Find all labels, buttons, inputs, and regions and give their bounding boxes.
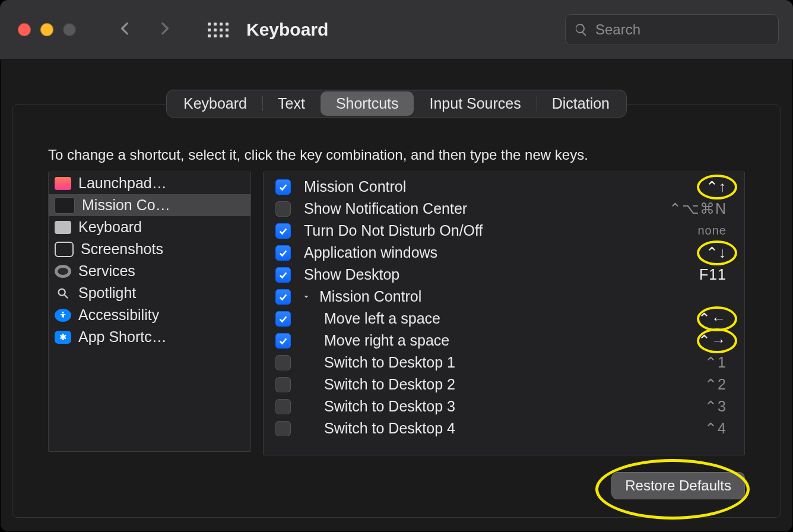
tab-dictation[interactable]: Dictation bbox=[537, 91, 625, 116]
shortcut-label: Move right a space bbox=[324, 332, 449, 349]
shortcut-label: Switch to Desktop 2 bbox=[324, 376, 455, 393]
shortcut-row[interactable]: Switch to Desktop 4⌃4 bbox=[264, 417, 744, 439]
content-frame: To change a shortcut, select it, click t… bbox=[12, 104, 781, 518]
launchpad-icon bbox=[55, 177, 71, 190]
search-field[interactable]: Search bbox=[565, 14, 779, 45]
forward-button[interactable] bbox=[157, 18, 172, 42]
gear-icon bbox=[55, 265, 71, 278]
shortcut-checkbox[interactable] bbox=[275, 399, 291, 414]
titlebar: Keyboard Search bbox=[0, 0, 793, 60]
category-list[interactable]: Launchpad… Mission Co… Keyboard bbox=[48, 172, 251, 452]
shortcut-list[interactable]: Mission Control⌃↑Show Notification Cente… bbox=[263, 172, 745, 455]
category-label: Spotlight bbox=[78, 284, 136, 302]
shortcut-row[interactable]: Show DesktopF11 bbox=[264, 264, 744, 286]
svg-line-1 bbox=[65, 294, 68, 298]
shortcut-label: Mission Control bbox=[319, 288, 421, 305]
shortcut-checkbox[interactable] bbox=[275, 289, 291, 305]
tab-input-sources[interactable]: Input Sources bbox=[414, 91, 536, 116]
shortcut-keys[interactable]: ⌃← bbox=[698, 310, 727, 327]
minimize-window-button[interactable] bbox=[40, 23, 53, 36]
shortcut-checkbox[interactable] bbox=[275, 179, 291, 195]
window-controls bbox=[18, 23, 76, 36]
shortcut-keys[interactable]: ⌃→ bbox=[698, 332, 727, 349]
nav-arrows bbox=[118, 18, 172, 42]
shortcut-checkbox[interactable] bbox=[275, 311, 291, 327]
back-button[interactable] bbox=[118, 18, 133, 42]
footer: Restore Defaults bbox=[48, 472, 745, 499]
tab-text[interactable]: Text bbox=[262, 91, 321, 116]
shortcut-checkbox[interactable] bbox=[275, 201, 291, 217]
tab-shortcuts[interactable]: Shortcuts bbox=[321, 91, 414, 116]
shortcut-row[interactable]: Mission Control bbox=[264, 286, 744, 308]
accessibility-icon bbox=[55, 309, 71, 322]
tab-keyboard[interactable]: Keyboard bbox=[168, 91, 262, 116]
spotlight-icon bbox=[55, 287, 71, 300]
category-keyboard[interactable]: Keyboard bbox=[49, 216, 250, 238]
category-label: Services bbox=[78, 262, 135, 280]
pane-title: Keyboard bbox=[246, 20, 328, 40]
shortcut-row[interactable]: Switch to Desktop 1⌃1 bbox=[264, 352, 744, 373]
category-spotlight[interactable]: Spotlight bbox=[49, 282, 250, 304]
mission-control-icon bbox=[55, 197, 75, 214]
category-label: Keyboard bbox=[78, 218, 142, 236]
shortcut-checkbox[interactable] bbox=[275, 267, 291, 283]
instruction-text: To change a shortcut, select it, click t… bbox=[48, 147, 745, 163]
shortcut-checkbox[interactable] bbox=[275, 245, 291, 261]
shortcut-label: Turn Do Not Disturb On/Off bbox=[304, 222, 483, 239]
search-placeholder: Search bbox=[595, 21, 640, 38]
category-launchpad[interactable]: Launchpad… bbox=[49, 172, 250, 194]
shortcut-label: Application windows bbox=[304, 244, 437, 261]
shortcut-row[interactable]: Switch to Desktop 3⌃3 bbox=[264, 395, 744, 417]
shortcut-row[interactable]: Mission Control⌃↑ bbox=[264, 176, 744, 198]
svg-point-2 bbox=[62, 311, 64, 313]
shortcut-row[interactable]: Show Notification Center⌃⌥⌘N bbox=[264, 198, 744, 220]
category-label: Screenshots bbox=[81, 240, 163, 258]
category-label: Mission Co… bbox=[82, 197, 170, 214]
screenshot-icon bbox=[55, 242, 74, 257]
zoom-window-button[interactable] bbox=[63, 23, 76, 36]
category-mission-control[interactable]: Mission Co… bbox=[49, 194, 250, 216]
shortcut-row[interactable]: Application windows⌃↓ bbox=[264, 242, 744, 264]
shortcut-keys[interactable]: ⌃4 bbox=[705, 420, 727, 437]
shortcut-label: Switch to Desktop 4 bbox=[324, 420, 455, 437]
shortcut-keys[interactable]: ⌃1 bbox=[705, 354, 727, 371]
restore-defaults-button[interactable]: Restore Defaults bbox=[611, 472, 745, 499]
category-label: Launchpad… bbox=[78, 175, 167, 192]
shortcut-row[interactable]: Turn Do Not Disturb On/Offnone bbox=[264, 220, 744, 242]
shortcut-keys[interactable]: ⌃↑ bbox=[706, 178, 727, 195]
shortcut-row[interactable]: Move right a space⌃→ bbox=[264, 330, 744, 352]
shortcut-label: Mission Control bbox=[304, 178, 406, 195]
category-app-shortcuts[interactable]: ✱ App Shortc… bbox=[49, 326, 250, 348]
shortcut-checkbox[interactable] bbox=[275, 377, 291, 392]
disclosure-triangle-icon[interactable] bbox=[302, 293, 311, 301]
shortcut-checkbox[interactable] bbox=[275, 355, 291, 370]
shortcut-row[interactable]: Move left a space⌃← bbox=[264, 308, 744, 330]
tabs: Keyboard Text Shortcuts Input Sources Di… bbox=[166, 90, 627, 118]
shortcut-checkbox[interactable] bbox=[275, 333, 291, 349]
shortcut-checkbox[interactable] bbox=[275, 223, 291, 239]
svg-point-0 bbox=[59, 289, 65, 295]
shortcut-keys[interactable]: none bbox=[698, 224, 727, 238]
shortcut-keys[interactable]: ⌃3 bbox=[705, 398, 727, 415]
shortcut-keys[interactable]: ⌃2 bbox=[705, 376, 727, 393]
shortcut-label: Move left a space bbox=[324, 310, 440, 327]
category-screenshots[interactable]: Screenshots bbox=[49, 238, 250, 260]
shortcut-row[interactable]: Switch to Desktop 2⌃2 bbox=[264, 373, 744, 395]
shortcut-keys[interactable]: ⌃⌥⌘N bbox=[669, 200, 727, 217]
shortcut-label: Show Notification Center bbox=[304, 200, 467, 217]
shortcut-keys[interactable]: ⌃↓ bbox=[706, 244, 727, 261]
category-accessibility[interactable]: Accessibility bbox=[49, 304, 250, 326]
shortcut-checkbox[interactable] bbox=[275, 421, 291, 436]
shortcut-label: Switch to Desktop 1 bbox=[324, 354, 455, 371]
close-window-button[interactable] bbox=[18, 23, 31, 36]
keyboard-icon bbox=[55, 221, 71, 234]
category-label: App Shortc… bbox=[78, 328, 167, 346]
appstore-icon: ✱ bbox=[55, 331, 71, 344]
keyboard-prefs-window: Keyboard Search Keyboard Text Shortcuts … bbox=[0, 0, 793, 532]
show-all-icon[interactable] bbox=[208, 23, 229, 37]
search-icon bbox=[574, 23, 588, 37]
shortcut-label: Show Desktop bbox=[304, 266, 399, 283]
pane-body: Keyboard Text Shortcuts Input Sources Di… bbox=[0, 60, 793, 532]
shortcut-keys[interactable]: F11 bbox=[699, 266, 727, 283]
category-services[interactable]: Services bbox=[49, 260, 250, 282]
